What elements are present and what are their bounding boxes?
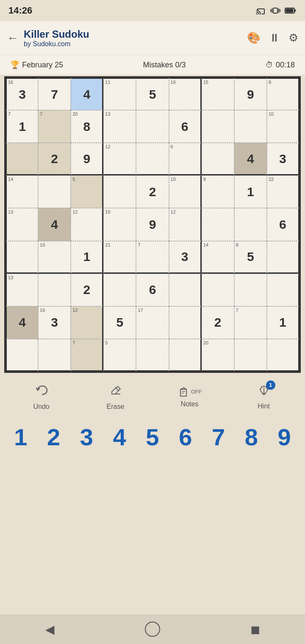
cell-5-2[interactable]: 4 [38, 208, 71, 241]
cell-8-7[interactable]: 2 [202, 306, 234, 339]
cell-4-4[interactable] [103, 175, 136, 208]
cell-5-3[interactable]: 12 [71, 208, 103, 241]
cell-3-5[interactable] [136, 143, 169, 175]
cell-9-3[interactable]: 7 [71, 339, 103, 372]
cell-2-2[interactable]: 7 [38, 110, 71, 143]
cell-9-7[interactable]: 20 [202, 339, 234, 372]
cell-2-4[interactable]: 13 [103, 110, 136, 143]
cell-4-8[interactable]: 1 [234, 175, 267, 208]
cell-1-1[interactable]: 163 [6, 78, 38, 110]
erase-button[interactable]: Erase [99, 383, 133, 411]
cell-8-4[interactable]: 5 [103, 306, 136, 339]
num-3[interactable]: 3 [74, 423, 99, 451]
cell-6-6[interactable]: 3 [169, 241, 202, 274]
num-2[interactable]: 2 [41, 423, 67, 451]
cell-3-6[interactable]: 6 [169, 143, 202, 175]
cell-6-8[interactable]: 85 [234, 241, 267, 274]
cell-1-8[interactable]: 9 [234, 78, 267, 110]
cell-8-1[interactable]: 4 [6, 306, 38, 339]
cell-1-6[interactable]: 16 [169, 78, 202, 110]
cell-6-5[interactable]: 7 [136, 241, 169, 274]
cell-6-7[interactable]: 14 [202, 241, 234, 274]
cell-9-2[interactable] [38, 339, 71, 372]
cell-1-4[interactable]: 11 [103, 78, 136, 110]
nav-home-button[interactable] [145, 622, 160, 637]
cell-2-6[interactable]: 6 [169, 110, 202, 143]
cell-2-3[interactable]: 208 [71, 110, 103, 143]
cell-9-9[interactable] [267, 339, 299, 372]
cell-4-5[interactable]: 2 [136, 175, 169, 208]
cell-6-3[interactable]: 1 [71, 241, 103, 274]
cell-5-6[interactable]: 12 [169, 208, 202, 241]
cell-7-5[interactable]: 6 [136, 274, 169, 306]
cell-5-1[interactable]: 13 [6, 208, 38, 241]
cell-4-7[interactable]: 9 [202, 175, 234, 208]
undo-button[interactable]: Undo [25, 383, 58, 411]
cell-2-8[interactable] [234, 110, 267, 143]
cell-6-9[interactable] [267, 241, 299, 274]
cell-3-9[interactable]: 3 [267, 143, 299, 175]
cell-3-4[interactable]: 12 [103, 143, 136, 175]
cell-7-2[interactable] [38, 274, 71, 306]
cell-3-1[interactable] [6, 143, 38, 175]
cell-3-3[interactable]: 9 [71, 143, 103, 175]
cell-3-2[interactable]: 2 [38, 143, 71, 175]
settings-button[interactable]: ⚙ [288, 31, 298, 44]
cell-4-1[interactable]: 14 [6, 175, 38, 208]
nav-recent-button[interactable]: ◼ [250, 622, 260, 636]
cell-7-6[interactable] [169, 274, 202, 306]
cell-6-1[interactable] [6, 241, 38, 274]
cell-7-3[interactable]: 2 [71, 274, 103, 306]
cell-5-5[interactable]: 9 [136, 208, 169, 241]
cell-9-1[interactable] [6, 339, 38, 372]
cell-8-2[interactable]: 163 [38, 306, 71, 339]
cell-8-8[interactable]: 7 [234, 306, 267, 339]
cell-5-8[interactable] [234, 208, 267, 241]
cell-5-7[interactable] [202, 208, 234, 241]
nav-back-button[interactable]: ◀ [45, 622, 55, 636]
cell-9-6[interactable] [169, 339, 202, 372]
cell-9-4[interactable]: 5 [103, 339, 136, 372]
cell-7-4[interactable] [103, 274, 136, 306]
num-6[interactable]: 6 [173, 423, 198, 451]
num-1[interactable]: 1 [8, 423, 33, 451]
cell-1-2[interactable]: 7 [38, 78, 71, 110]
cell-8-9[interactable]: 1 [267, 306, 299, 339]
num-5[interactable]: 5 [140, 423, 165, 451]
cell-9-8[interactable] [234, 339, 267, 372]
cell-7-1[interactable]: 13 [6, 274, 38, 306]
cell-7-8[interactable] [234, 274, 267, 306]
cell-3-7[interactable] [202, 143, 234, 175]
num-4[interactable]: 4 [107, 423, 132, 451]
cell-3-8[interactable]: 4 [234, 143, 267, 175]
cell-1-9[interactable]: 8 [267, 78, 299, 110]
back-button[interactable]: ← [7, 31, 19, 45]
palette-button[interactable]: 🎨 [247, 31, 261, 44]
hint-button[interactable]: 1 Hint [247, 384, 281, 410]
num-8[interactable]: 8 [238, 423, 264, 451]
pause-button[interactable]: ⏸ [269, 31, 280, 44]
cell-2-1[interactable]: 71 [6, 110, 38, 143]
cell-8-3[interactable]: 12 [71, 306, 103, 339]
num-9[interactable]: 9 [272, 423, 297, 451]
cell-5-4[interactable]: 10 [103, 208, 136, 241]
cell-5-9[interactable]: 6 [267, 208, 299, 241]
cell-2-5[interactable] [136, 110, 169, 143]
cell-4-2[interactable] [38, 175, 71, 208]
cell-1-7[interactable]: 15 [202, 78, 234, 110]
cell-7-7[interactable] [202, 274, 234, 306]
cell-7-9[interactable] [267, 274, 299, 306]
cell-8-6[interactable] [169, 306, 202, 339]
cell-4-6[interactable]: 10 [169, 175, 202, 208]
cell-9-5[interactable] [136, 339, 169, 372]
notes-button[interactable]: OFF Notes [173, 386, 207, 408]
num-7[interactable]: 7 [205, 423, 231, 451]
cell-6-4[interactable]: 21 [103, 241, 136, 274]
cell-8-5[interactable]: 17 [136, 306, 169, 339]
cell-2-9[interactable]: 10 [267, 110, 299, 143]
cell-6-2[interactable]: 10 [38, 241, 71, 274]
cell-1-5[interactable]: 5 [136, 78, 169, 110]
cell-2-7[interactable] [202, 110, 234, 143]
cell-4-9[interactable]: 22 [267, 175, 299, 208]
cell-4-3[interactable]: 5 [71, 175, 103, 208]
